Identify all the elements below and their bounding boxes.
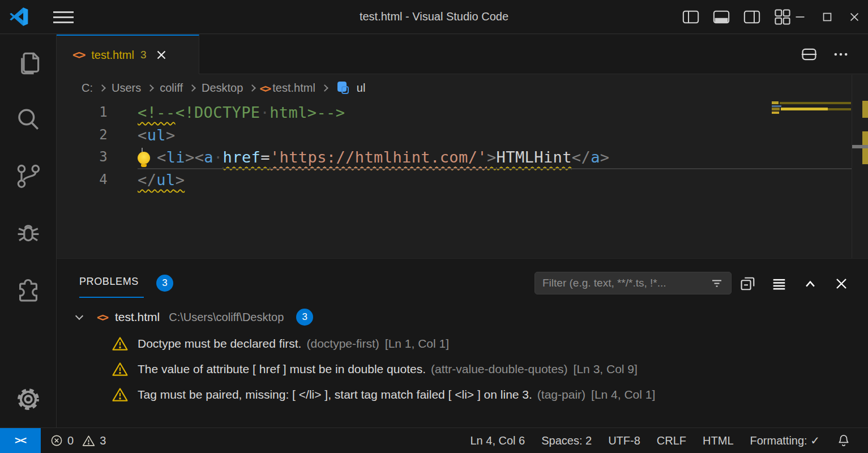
filter-icon[interactable] [709,275,725,291]
code-line-3: 3 <li><a·href='https://htmlhint.com/'>HT… [57,146,852,169]
breadcrumb-desktop[interactable]: Desktop [202,82,243,95]
chevron-right-icon [147,84,154,92]
problems-file-row[interactable]: <> test.html C:\Users\coliff\Desktop 3 [57,305,868,329]
more-actions-icon[interactable] [832,45,850,63]
error-count: 0 [67,434,74,447]
breadcrumb: C: Users coliff Desktop <> test.html ul [57,75,868,101]
html-file-icon: <> [72,48,84,62]
status-eol[interactable]: CRLF [657,434,686,447]
explorer-icon[interactable] [15,50,42,77]
close-panel-icon[interactable] [832,275,850,293]
whitespace-dot: · [213,148,223,166]
maximize-panel-icon[interactable] [801,275,819,293]
breadcrumb-symbol[interactable]: ul [357,82,366,95]
problem-message: Doctype must be declared first. [138,337,301,351]
problem-row-2[interactable]: The value of attribute [ href ] must be … [57,356,868,382]
remote-indicator[interactable]: >< [0,428,41,453]
whitespace-dot: · [260,104,270,121]
tab-problems[interactable]: PROBLEMS [79,276,139,288]
settings-gear-icon[interactable] [15,386,42,413]
chevron-right-icon [189,84,196,92]
collapse-all-icon[interactable] [739,275,757,293]
chevron-right-icon [321,84,328,92]
code-line-4: 4 </ul> [57,169,852,191]
code-token: href [223,148,261,166]
breadcrumb-users[interactable]: Users [112,82,141,95]
code-token: <!-- [138,104,176,121]
code-token: </ [572,148,591,166]
file-path: C:\Users\coliff\Desktop [169,311,284,324]
status-problems[interactable]: 0 3 [50,428,106,453]
code-token: < [157,148,166,166]
scrollbar-slider[interactable] [852,145,868,148]
minimize-icon[interactable] [791,8,809,26]
lightbulb-code-action-icon[interactable] [138,152,150,164]
code-token: ul [147,126,166,144]
html-file-icon: <> [259,82,270,95]
code-token: > [487,148,497,166]
file-problems-badge: 3 [296,309,313,326]
symbol-element-icon [337,82,351,95]
code-token: > [166,126,176,144]
maximize-icon[interactable] [818,8,836,26]
split-editor-icon[interactable] [800,45,818,63]
customize-layout-icon[interactable] [773,8,792,26]
problems-count-badge: 3 [156,275,173,292]
code-token: > [176,171,185,189]
code-token: HTMLHint [497,148,572,166]
notifications-bell-icon[interactable] [836,433,851,448]
code-token: a [591,148,600,166]
tab-test-html[interactable]: <> test.html 3 [57,35,199,74]
tab-close-icon[interactable] [154,48,169,62]
breadcrumb-coliff[interactable]: coliff [160,82,183,95]
status-language-mode[interactable]: HTML [703,434,733,447]
problems-filter [535,272,732,294]
warning-squiggle: href='https://htmlhint.com/'>HTMLHint [223,148,572,166]
breadcrumb-file[interactable]: test.html [272,82,315,95]
search-icon[interactable] [15,106,42,133]
status-cursor-position[interactable]: Ln 4, Col 6 [470,434,525,447]
code-token: < [138,126,147,144]
warning-triangle-icon [112,335,129,352]
code-line-2: 2 <ul> [57,124,852,147]
error-circle-icon [50,434,63,447]
status-formatting[interactable]: Formatting: ✓ [750,434,820,447]
run-and-debug-icon[interactable] [15,219,42,246]
toggle-panel-icon[interactable] [712,8,730,26]
warning-triangle-icon [112,361,129,378]
problem-row-1[interactable]: Doctype must be declared first. (doctype… [57,331,868,356]
warning-squiggle: </ul> [138,171,185,189]
code-token: html>--> [270,104,345,121]
code-token: < [195,148,204,166]
toggle-secondary-sidebar-icon[interactable] [743,8,761,26]
code-token: 'https://htmlhint.com/' [270,148,487,166]
toggle-primary-sidebar-icon[interactable] [682,8,700,26]
warning-triangle-icon [112,386,129,403]
line-number: 2 [57,124,108,147]
chevron-right-icon [249,84,256,92]
problem-location: [Ln 4, Col 1] [591,388,655,401]
problem-row-3[interactable]: Tag must be paired, missing: [ </li> ], … [57,382,868,407]
extensions-icon[interactable] [15,275,42,302]
status-encoding[interactable]: UTF-8 [608,434,640,447]
close-window-icon[interactable] [845,8,863,26]
breadcrumb-drive[interactable]: C: [82,82,93,95]
status-indentation[interactable]: Spaces: 2 [541,434,592,447]
filter-input[interactable] [535,277,709,289]
editor-tab-bar: <> test.html 3 [57,35,868,74]
code-editor[interactable]: 1 <!--<!DOCTYPE·html>--> 2 <ul> 3 <li><a… [57,101,852,258]
problem-location: [Ln 1, Col 1] [385,337,449,351]
problem-message: Tag must be paired, missing: [ </li> ], … [138,388,532,401]
code-token: </ [138,171,156,189]
code-token: > [600,148,610,166]
code-token: li [166,148,185,166]
code-token: > [185,148,195,166]
tab-label: test.html [91,49,134,62]
view-as-table-icon[interactable] [770,275,788,293]
source-control-icon[interactable] [15,163,42,190]
chevron-down-icon[interactable] [75,312,83,320]
line-number: 4 [57,169,108,191]
activity-bar [0,35,57,428]
title-bar: test.html - Visual Studio Code [0,0,868,34]
problem-rule: (tag-pair) [537,388,585,401]
